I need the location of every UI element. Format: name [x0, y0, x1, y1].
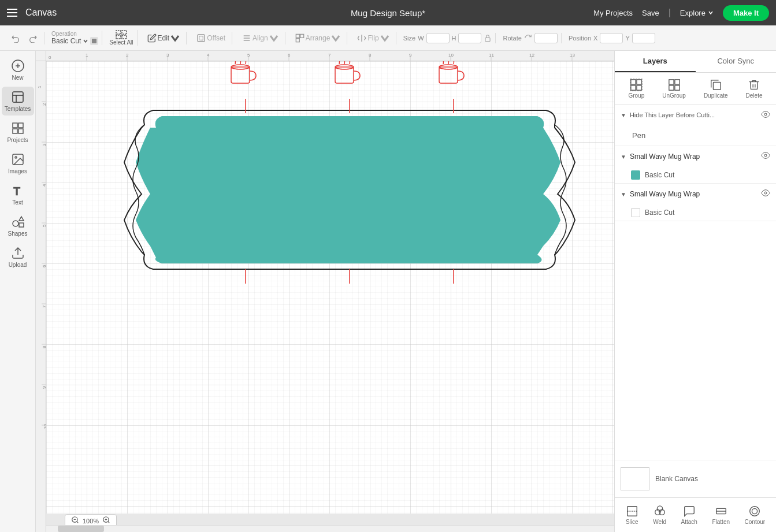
svg-rect-1 — [122, 31, 127, 34]
canvas-scrollbar[interactable] — [46, 525, 614, 532]
flip-button[interactable]: Flip — [354, 32, 392, 44]
sidebar-item-templates[interactable]: Templates — [2, 87, 34, 116]
position-x-input[interactable] — [600, 33, 623, 43]
hamburger-icon[interactable] — [7, 9, 17, 17]
sidebar-item-upload[interactable]: Upload — [2, 243, 34, 271]
left-sidebar: New Templates Projects Images T — [0, 51, 36, 532]
svg-rect-101 — [674, 80, 679, 84]
layer-2-eye-icon[interactable] — [761, 188, 770, 200]
sidebar-item-shapes[interactable]: Shapes — [2, 211, 34, 240]
hide-layer-title: Hide This Layer Before Cutti... — [630, 111, 715, 119]
layer-1-eye-icon[interactable] — [761, 151, 770, 162]
my-projects-btn[interactable]: My Projects — [593, 9, 633, 17]
pen-label: Pen — [621, 131, 770, 140]
rotate-input[interactable] — [534, 33, 558, 43]
tab-layers[interactable]: Layers — [615, 51, 696, 72]
operation-color-btn[interactable] — [90, 37, 98, 45]
svg-point-105 — [764, 113, 767, 116]
sidebar-item-new[interactable]: New — [2, 55, 34, 84]
edit-button[interactable]: Edit — [144, 32, 183, 44]
svg-text:7: 7 — [328, 53, 331, 58]
contour-button[interactable]: Contour — [741, 503, 769, 527]
svg-rect-12 — [485, 38, 490, 41]
operation-dropdown[interactable]: Basic Cut — [51, 37, 98, 45]
layer-2-color-swatch[interactable] — [631, 208, 640, 217]
slice-icon — [626, 505, 638, 518]
svg-text:8: 8 — [42, 345, 46, 348]
svg-line-89 — [77, 522, 79, 523]
canvas-title: Mug Design Setup* — [351, 8, 425, 18]
flip-chevron-icon — [380, 34, 389, 43]
zoom-in-button[interactable] — [101, 516, 112, 526]
svg-text:8: 8 — [369, 53, 372, 58]
svg-text:1: 1 — [86, 53, 88, 58]
hide-layer-eye-icon[interactable] — [761, 110, 770, 121]
pen-layer-item: Pen — [615, 125, 776, 146]
svg-text:4: 4 — [207, 53, 210, 58]
svg-text:2: 2 — [42, 103, 46, 106]
size-h-input[interactable] — [458, 33, 481, 43]
sidebar-item-images[interactable]: Images — [2, 149, 34, 178]
delete-icon — [748, 79, 760, 91]
sidebar-item-text[interactable]: T Text — [2, 180, 34, 209]
grid-icon — [11, 121, 25, 135]
select-all-icon — [116, 30, 127, 39]
mug-wrap-design[interactable] — [121, 99, 578, 284]
arrange-button[interactable]: Arrange — [292, 32, 344, 44]
flatten-button[interactable]: Flatten — [708, 503, 733, 527]
svg-rect-5 — [199, 36, 203, 40]
zoom-level: 100% — [83, 518, 99, 524]
hide-layer-header[interactable]: ▼ Hide This Layer Before Cutti... — [615, 105, 776, 125]
svg-text:12: 12 — [529, 53, 534, 58]
slice-button[interactable]: Slice — [622, 503, 642, 527]
layers-list: ▼ Hide This Layer Before Cutti... Pen ▼ … — [615, 105, 776, 460]
position-y-input[interactable] — [632, 33, 655, 43]
weld-button[interactable]: Weld — [649, 503, 670, 527]
upload-icon — [11, 246, 25, 260]
canvas-grid[interactable] — [46, 61, 614, 514]
save-btn[interactable]: Save — [642, 9, 659, 17]
arrange-chevron-icon — [331, 34, 340, 43]
attach-button[interactable]: Attach — [678, 503, 701, 527]
svg-point-106 — [764, 154, 767, 157]
group-button[interactable]: Group — [625, 76, 648, 101]
ungroup-button[interactable]: UnGroup — [659, 76, 689, 101]
edit-chevron-icon — [170, 34, 180, 43]
redo-button[interactable] — [25, 32, 40, 44]
layer-1-header[interactable]: ▼ Small Wavy Mug Wrap — [615, 146, 776, 167]
zoom-out-button[interactable] — [70, 516, 80, 526]
svg-marker-27 — [19, 217, 24, 221]
layer-2-item[interactable]: Basic Cut — [615, 204, 776, 221]
svg-text:10: 10 — [43, 424, 46, 429]
svg-point-24 — [15, 157, 17, 158]
offset-button[interactable]: Offset — [194, 32, 228, 44]
duplicate-icon — [710, 79, 722, 91]
align-button[interactable]: Align — [239, 32, 281, 44]
svg-text:3: 3 — [166, 53, 169, 58]
size-w-input[interactable] — [426, 33, 450, 43]
select-all-button[interactable]: Select All — [109, 30, 133, 46]
svg-rect-0 — [116, 31, 121, 34]
svg-rect-20 — [18, 123, 23, 128]
weld-icon — [654, 505, 666, 518]
edit-icon — [147, 34, 157, 43]
svg-rect-104 — [713, 82, 721, 90]
undo-button[interactable] — [8, 32, 23, 44]
sidebar-item-projects[interactable]: Projects — [2, 118, 34, 147]
tab-color-sync[interactable]: Color Sync — [696, 51, 777, 72]
canvas-area[interactable]: 0 1 2 3 4 5 6 7 8 — [36, 51, 614, 532]
layer-1-item[interactable]: Basic Cut — [615, 167, 776, 183]
scrollbar-thumb[interactable] — [58, 526, 104, 532]
layer-2-expand-icon: ▼ — [621, 191, 626, 198]
svg-text:1: 1 — [37, 85, 42, 88]
group-icon — [630, 79, 643, 91]
shapes-icon — [11, 215, 25, 229]
plus-circle-icon — [11, 59, 25, 73]
layer-1-color-swatch[interactable] — [631, 170, 640, 180]
svg-text:7: 7 — [42, 305, 46, 308]
explore-btn[interactable]: Explore — [680, 9, 714, 17]
duplicate-button[interactable]: Duplicate — [700, 76, 732, 101]
make-it-button[interactable]: Make It — [723, 5, 769, 21]
layer-2-header[interactable]: ▼ Small Wavy Mug Wrap — [615, 184, 776, 204]
delete-button[interactable]: Delete — [742, 76, 766, 101]
